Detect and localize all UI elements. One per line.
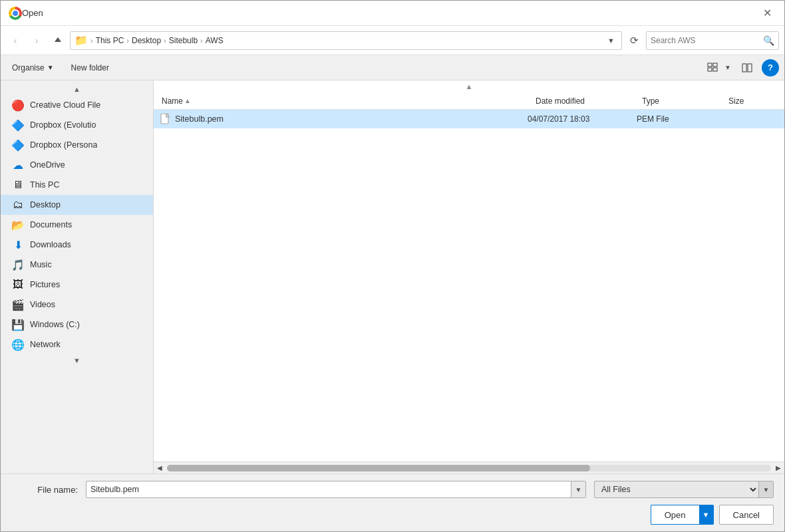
breadcrumb-bar[interactable]: 📁 › This PC › Desktop › Sitebulb › AWS ▼ <box>70 31 622 50</box>
svg-rect-2 <box>708 68 712 71</box>
sidebar-item-windows-c[interactable]: 💾 Windows (C:) <box>1 315 153 334</box>
refresh-button[interactable]: ⟳ <box>625 31 643 50</box>
view-dropdown-arrow[interactable]: ▼ <box>723 64 732 71</box>
sidebar-item-videos[interactable]: 🎬 Videos <box>1 295 153 315</box>
bottom-bar: File name: ▼ All Files ▼ Open ▼ Cancel <box>1 473 784 531</box>
svg-rect-4 <box>742 64 746 72</box>
sidebar-item-pictures[interactable]: 🖼 Pictures <box>1 275 153 295</box>
h-scroll-left-btn[interactable]: ◀ <box>154 462 166 474</box>
horizontal-scrollbar[interactable]: ◀ ▶ <box>154 462 784 473</box>
new-folder-button[interactable]: New folder <box>65 61 115 75</box>
open-dialog: Open ✕ ‹ › 📁 › This PC › Desktop › Siteb… <box>0 0 785 532</box>
filename-input[interactable] <box>86 485 571 494</box>
close-button[interactable]: ✕ <box>758 4 776 23</box>
sidebar-label-music: Music <box>30 260 52 269</box>
up-button[interactable] <box>49 31 67 50</box>
sidebar-item-downloads[interactable]: ⬇ Downloads <box>1 235 153 255</box>
music-icon: 🎵 <box>11 258 25 271</box>
svg-rect-3 <box>713 68 717 71</box>
h-scroll-thumb[interactable] <box>167 465 590 471</box>
filetype-dropdown-btn[interactable]: ▼ <box>758 481 773 498</box>
help-button[interactable]: ? <box>762 59 779 76</box>
sidebar-item-dropbox-pers[interactable]: 🔷 Dropbox (Persona <box>1 135 153 155</box>
windows-c-icon: 💾 <box>11 318 25 331</box>
filetype-select[interactable]: All Files <box>595 484 758 495</box>
organise-button[interactable]: Organise ▼ <box>6 61 60 75</box>
pane-button[interactable] <box>738 59 756 76</box>
sidebar-item-documents[interactable]: 📂 Documents <box>1 215 153 235</box>
sidebar-scroll-up[interactable]: ▲ <box>1 83 153 95</box>
sidebar-item-desktop[interactable]: 🗂 Desktop <box>1 195 153 215</box>
breadcrumb-aws: AWS <box>206 36 224 45</box>
file-icon <box>159 112 172 126</box>
svg-rect-0 <box>708 63 712 66</box>
col-header-type[interactable]: Type <box>639 96 726 106</box>
h-scroll-right-btn[interactable]: ▶ <box>772 462 784 474</box>
creative-cloud-icon: 🔴 <box>11 98 25 112</box>
file-list: Sitebulb.pem 04/07/2017 18:03 PEM File <box>154 110 784 462</box>
downloads-icon: ⬇ <box>11 238 25 251</box>
view-buttons: ▼ <box>703 59 732 76</box>
col-header-size[interactable]: Size <box>726 96 779 106</box>
title-bar: Open ✕ <box>1 1 784 26</box>
col-header-name[interactable]: Name ▲ <box>159 96 533 106</box>
sidebar-label-documents: Documents <box>30 220 72 229</box>
sidebar-label-network: Network <box>30 340 61 349</box>
sidebar-item-network[interactable]: 🌐 Network <box>1 334 153 354</box>
search-icon[interactable]: 🔍 <box>763 35 774 46</box>
search-bar: 🔍 <box>646 31 779 50</box>
open-dropdown-btn[interactable]: ▼ <box>699 505 714 525</box>
onedrive-icon: ☁ <box>11 158 25 172</box>
col-header-date[interactable]: Date modified <box>533 96 639 106</box>
dropbox-evol-icon: 🔷 <box>11 118 25 132</box>
this-pc-icon: 🖥 <box>11 178 25 192</box>
videos-icon: 🎬 <box>11 298 25 311</box>
sidebar-label-pictures: Pictures <box>30 280 60 289</box>
sidebar-label-creative-cloud: Creative Cloud File <box>30 100 100 110</box>
filename-input-wrap: ▼ <box>86 481 586 498</box>
action-bar: Organise ▼ New folder ▼ ? <box>1 55 784 80</box>
desktop-icon: 🗂 <box>11 198 25 211</box>
sidebar-label-windows-c: Windows (C:) <box>30 320 80 329</box>
pictures-icon: 🖼 <box>11 278 25 291</box>
open-button[interactable]: Open <box>651 505 699 525</box>
dropbox-pers-icon: 🔷 <box>11 138 25 152</box>
svg-rect-5 <box>748 64 752 72</box>
search-input[interactable] <box>651 36 763 45</box>
file-date: 04/07/2017 18:03 <box>528 114 634 124</box>
sidebar: ▲ 🔴 Creative Cloud File 🔷 Dropbox (Evolu… <box>1 80 154 473</box>
breadcrumb-dropdown-btn[interactable]: ▼ <box>605 37 617 45</box>
sidebar-label-desktop: Desktop <box>30 200 61 209</box>
filename-row: File name: ▼ All Files ▼ <box>11 481 774 498</box>
sidebar-scroll-down[interactable]: ▼ <box>1 354 153 366</box>
sidebar-label-onedrive: OneDrive <box>30 160 65 170</box>
filetype-select-wrap: All Files ▼ <box>594 481 774 498</box>
main-area: ▲ 🔴 Creative Cloud File 🔷 Dropbox (Evolu… <box>1 80 784 473</box>
sidebar-item-onedrive[interactable]: ☁ OneDrive <box>1 155 153 175</box>
back-button[interactable]: ‹ <box>6 31 25 50</box>
sidebar-label-dropbox-evol: Dropbox (Evolutio <box>30 120 96 130</box>
svg-rect-1 <box>713 63 717 66</box>
breadcrumb-this-pc: This PC <box>96 36 124 45</box>
file-name: Sitebulb.pem <box>175 114 525 124</box>
file-type: PEM File <box>637 114 723 124</box>
sidebar-item-dropbox-evol[interactable]: 🔷 Dropbox (Evolutio <box>1 115 153 135</box>
open-button-wrap: Open ▼ <box>651 505 714 525</box>
cancel-button[interactable]: Cancel <box>719 505 774 525</box>
h-scroll-track <box>167 465 771 471</box>
file-row[interactable]: Sitebulb.pem 04/07/2017 18:03 PEM File <box>154 110 784 128</box>
sidebar-item-creative-cloud[interactable]: 🔴 Creative Cloud File <box>1 95 153 115</box>
filename-label: File name: <box>11 485 78 495</box>
folder-icon: 📁 <box>75 34 88 47</box>
collapse-bar[interactable]: ▲ <box>154 80 784 92</box>
filename-dropdown-btn[interactable]: ▼ <box>571 481 585 498</box>
breadcrumb-sitebulb: Sitebulb <box>169 36 198 45</box>
sidebar-label-this-pc: This PC <box>30 180 59 190</box>
sidebar-item-music[interactable]: 🎵 Music <box>1 255 153 275</box>
navigation-toolbar: ‹ › 📁 › This PC › Desktop › Sitebulb › A… <box>1 26 784 55</box>
sort-arrow-icon: ▲ <box>184 97 191 104</box>
up-arrow-icon <box>53 36 63 45</box>
sidebar-item-this-pc[interactable]: 🖥 This PC <box>1 175 153 195</box>
forward-button[interactable]: › <box>27 31 46 50</box>
view-mode-button[interactable] <box>703 59 722 76</box>
